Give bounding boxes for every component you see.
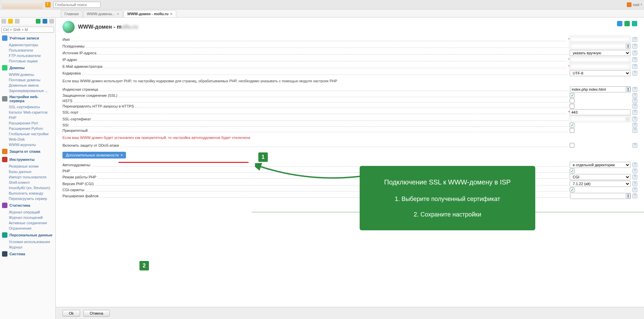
help-icon[interactable]: ? bbox=[633, 104, 637, 109]
cancel-button[interactable]: Отмена bbox=[83, 310, 109, 317]
hsts-checkbox[interactable] bbox=[570, 98, 574, 103]
ip-src-select[interactable]: указать вручную bbox=[570, 50, 630, 56]
php-checkbox[interactable] bbox=[570, 169, 574, 173]
ssi-checkbox[interactable] bbox=[570, 123, 574, 127]
sidebar-group-personal[interactable]: Персональные данные bbox=[0, 231, 55, 239]
cgi-checkbox[interactable] bbox=[570, 187, 574, 192]
ssl-port-input[interactable] bbox=[570, 109, 630, 115]
sidebar-item[interactable]: WWW-домены bbox=[0, 72, 55, 77]
close-icon[interactable]: ✕ bbox=[170, 12, 173, 16]
help-icon[interactable]: ? bbox=[633, 163, 637, 167]
sidebar-item[interactable]: Каталог Web-скриптов bbox=[0, 110, 55, 115]
sidebar-search-input[interactable] bbox=[1, 27, 54, 33]
close-icon[interactable]: ✕ bbox=[117, 12, 119, 16]
sidebar-item[interactable]: Почтовые ящики bbox=[0, 58, 55, 64]
sidebar-item[interactable]: Глобальные настройки bbox=[0, 131, 55, 137]
collapse-icon[interactable] bbox=[43, 19, 47, 24]
sidebar-item[interactable]: Shell-клиент bbox=[0, 180, 55, 185]
list-icon[interactable] bbox=[1, 19, 6, 24]
section-toggle-additional[interactable]: Дополнительные возможности▾ bbox=[62, 152, 126, 158]
tab-www-edit[interactable]: WWW-домен - mollu.ru✕ bbox=[124, 10, 176, 17]
sidebar-item[interactable]: Зарезервированные ... bbox=[0, 88, 55, 93]
ip-input[interactable] bbox=[570, 57, 630, 63]
help-icon[interactable] bbox=[632, 21, 637, 26]
name-input[interactable] bbox=[570, 36, 630, 42]
sidebar-group-webserver[interactable]: Настройки web-сервера bbox=[0, 93, 55, 104]
help-icon[interactable]: ? bbox=[633, 57, 637, 62]
https-redirect-checkbox[interactable] bbox=[570, 104, 574, 109]
sidebar-item[interactable]: Выполнить команду bbox=[0, 191, 55, 196]
php-mode-select[interactable]: CGI bbox=[570, 174, 630, 180]
sidebar-item[interactable]: ImunifyAV (ex. Revisium) bbox=[0, 185, 55, 191]
sidebar-item[interactable]: Импорт пользователя bbox=[0, 174, 55, 180]
spinner-icon[interactable] bbox=[626, 87, 630, 92]
ok-button[interactable]: Ok bbox=[62, 310, 80, 317]
help-icon[interactable]: ? bbox=[633, 123, 637, 127]
sidebar-item[interactable]: Активные соединения bbox=[0, 220, 55, 226]
help-icon[interactable]: ? bbox=[633, 51, 637, 55]
charset-select[interactable]: UTF-8 bbox=[570, 70, 630, 76]
sidebar-group-spam[interactable]: Защита от спама bbox=[0, 147, 55, 155]
sidebar-item[interactable]: Администраторы bbox=[0, 42, 55, 48]
help-icon[interactable]: ? bbox=[633, 71, 637, 76]
sidebar-item[interactable]: Доменные имена bbox=[0, 83, 55, 88]
help-icon[interactable]: ? bbox=[633, 169, 637, 173]
warning-icon[interactable] bbox=[45, 2, 51, 7]
sidebar-item[interactable]: PHP bbox=[0, 115, 55, 120]
ssl-checkbox[interactable] bbox=[570, 93, 574, 98]
sidebar-item[interactable]: Пользователи bbox=[0, 48, 55, 53]
tab-main[interactable]: Главная bbox=[61, 10, 82, 17]
help-icon[interactable]: ? bbox=[633, 87, 637, 92]
index-input[interactable] bbox=[570, 86, 631, 92]
autosub-select[interactable]: в отдельной директории bbox=[570, 162, 630, 168]
email-input[interactable] bbox=[570, 63, 630, 69]
sidebar-item[interactable]: Журнал посещений bbox=[0, 215, 55, 220]
help-icon[interactable]: ? bbox=[633, 93, 637, 98]
help-icon[interactable]: ? bbox=[633, 187, 637, 192]
sidebar-group-stats[interactable]: Статистика bbox=[0, 201, 55, 209]
help-icon[interactable]: ? bbox=[633, 110, 637, 115]
aliases-input[interactable] bbox=[570, 43, 631, 49]
ddos-checkbox[interactable] bbox=[570, 143, 574, 148]
sidebar-group-system[interactable]: Система bbox=[0, 250, 55, 258]
sidebar-item[interactable]: FTP-пользователи bbox=[0, 53, 55, 58]
sidebar-item[interactable]: Ограничения bbox=[0, 226, 55, 231]
help-icon[interactable]: ? bbox=[633, 143, 637, 148]
sidebar-item[interactable]: Журнал операций bbox=[0, 209, 55, 215]
ssl-cert-select[interactable] bbox=[570, 116, 630, 122]
globe-icon[interactable] bbox=[624, 21, 630, 26]
php-ver-select[interactable]: 7.1.22 (alt) bbox=[570, 181, 630, 187]
sidebar-item[interactable]: Почтовые домены bbox=[0, 77, 55, 83]
expand-icon[interactable] bbox=[36, 19, 41, 24]
priority-checkbox[interactable] bbox=[570, 128, 574, 133]
spinner-icon[interactable] bbox=[626, 44, 630, 49]
help-icon[interactable]: ? bbox=[633, 117, 637, 121]
tab-www-list[interactable]: WWW-домены...✕ bbox=[83, 10, 123, 17]
ext-input[interactable] bbox=[570, 193, 631, 199]
user-menu[interactable]: root ▾ bbox=[627, 2, 642, 7]
help-icon[interactable]: ? bbox=[633, 181, 637, 186]
sidebar-item[interactable]: Условия использования bbox=[0, 239, 55, 244]
sidebar-item[interactable]: Расширения Python bbox=[0, 126, 55, 131]
help-icon[interactable]: ? bbox=[633, 98, 637, 103]
sidebar-item[interactable]: WWW-журналы bbox=[0, 142, 55, 147]
help-icon[interactable]: ? bbox=[633, 128, 637, 133]
help-icon[interactable]: ? bbox=[633, 194, 637, 198]
sidebar-item[interactable]: Web-Disk bbox=[0, 137, 55, 142]
star-icon[interactable] bbox=[8, 19, 13, 24]
sidebar-group-tools[interactable]: Инструменты bbox=[0, 155, 55, 164]
sidebar-item[interactable]: Расширения Perl bbox=[0, 120, 55, 126]
help-icon[interactable]: ? bbox=[633, 64, 637, 69]
help-icon[interactable]: ? bbox=[633, 175, 637, 179]
sidebar-group-accounts[interactable]: Учётные записи bbox=[0, 34, 55, 42]
sidebar-item[interactable]: Резервные копии bbox=[0, 164, 55, 169]
global-search-input[interactable] bbox=[53, 2, 101, 8]
sidebar-item[interactable]: Перезагрузить сервер bbox=[0, 196, 55, 201]
help-icon[interactable]: ? bbox=[633, 44, 637, 49]
sidebar-item[interactable]: SSL-сертификаты bbox=[0, 104, 55, 110]
help-icon[interactable]: ? bbox=[633, 37, 637, 42]
sidebar-item[interactable]: Журнал bbox=[0, 244, 55, 250]
sidebar-item[interactable]: Базы данных bbox=[0, 169, 55, 174]
toggle-icon[interactable] bbox=[49, 19, 54, 24]
refresh-icon[interactable] bbox=[617, 21, 622, 26]
